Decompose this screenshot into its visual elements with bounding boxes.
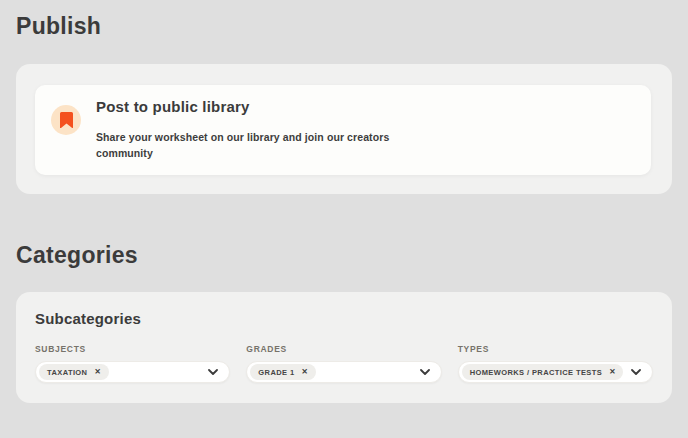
remove-icon[interactable]: ✕ <box>609 368 615 376</box>
chevron-down-icon <box>420 369 430 375</box>
subjects-select[interactable]: TAXATION ✕ <box>35 361 230 383</box>
chevron-down-icon <box>631 369 641 375</box>
field-grades: GRADES GRADE 1 ✕ <box>246 344 441 383</box>
subcategories-title: Subcategories <box>35 310 653 327</box>
remove-icon[interactable]: ✕ <box>301 368 307 376</box>
chevron-down-icon <box>208 369 218 375</box>
types-select[interactable]: HOMEWORKS / PRACTICE TESTS ✕ <box>458 361 653 383</box>
subjects-label: SUBJECTS <box>35 344 230 354</box>
chip-label: GRADE 1 <box>258 368 294 377</box>
field-subjects: SUBJECTS TAXATION ✕ <box>35 344 230 383</box>
grades-select[interactable]: GRADE 1 ✕ <box>246 361 441 383</box>
publish-card-text: Post to public library Share your worksh… <box>96 95 416 162</box>
grades-label: GRADES <box>246 344 441 354</box>
publish-section-card: Post to public library Share your worksh… <box>16 64 672 194</box>
selected-chip: TAXATION ✕ <box>39 364 109 380</box>
page-title: Publish <box>16 0 672 40</box>
selected-chip: HOMEWORKS / PRACTICE TESTS ✕ <box>462 364 624 380</box>
chip-label: HOMEWORKS / PRACTICE TESTS <box>470 368 603 377</box>
categories-title: Categories <box>16 242 672 269</box>
types-label: TYPES <box>458 344 653 354</box>
field-types: TYPES HOMEWORKS / PRACTICE TESTS ✕ <box>458 344 653 383</box>
publish-page: Publish Post to public library Share you… <box>0 0 688 403</box>
remove-icon[interactable]: ✕ <box>94 368 100 376</box>
publish-card-title: Post to public library <box>96 98 416 115</box>
subcategory-fields-row: SUBJECTS TAXATION ✕ GRADES GRADE 1 <box>35 344 653 383</box>
categories-section-card: Subcategories SUBJECTS TAXATION ✕ GRADES <box>16 292 672 403</box>
bookmark-icon <box>51 105 81 135</box>
post-to-public-library-option[interactable]: Post to public library Share your worksh… <box>35 85 651 175</box>
publish-card-description: Share your worksheet on our library and … <box>96 129 416 162</box>
selected-chip: GRADE 1 ✕ <box>250 364 315 380</box>
chip-label: TAXATION <box>47 368 87 377</box>
